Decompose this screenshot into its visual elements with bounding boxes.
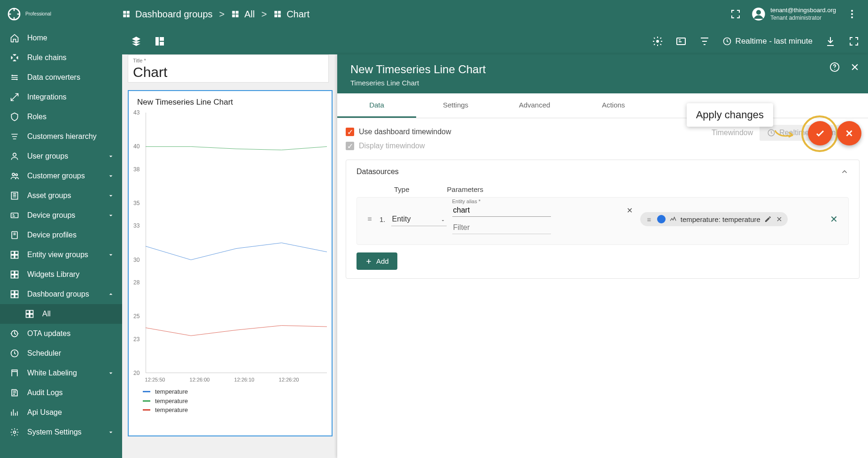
sidebar-item-scheduler[interactable]: Scheduler (0, 344, 122, 363)
tab-data[interactable]: Data (337, 93, 416, 118)
close-icon[interactable] (850, 62, 860, 72)
sidebar-item-entity-view-groups[interactable]: Entity view groups (0, 245, 122, 265)
checkbox-disabled-icon: ✓ (346, 142, 354, 150)
layout-icon[interactable] (154, 36, 165, 47)
sidebar-icon (9, 131, 20, 142)
x-tick-label: 12:25:50 (145, 377, 165, 382)
sidebar-item-dashboard-groups[interactable]: Dashboard groups (0, 284, 122, 304)
use-dashboard-timewindow-checkbox[interactable]: ✓ Use dashboard timewindow (346, 125, 712, 139)
panel-tabs: DataSettingsAdvancedActions (337, 93, 868, 118)
help-icon[interactable] (829, 62, 840, 72)
sidebar-item-integrations[interactable]: Integrations (0, 87, 122, 107)
filter-input[interactable] (452, 221, 551, 234)
svg-rect-8 (236, 15, 239, 17)
sidebar-item-device-profiles[interactable]: Device profiles (0, 225, 122, 245)
sidebar-nav: HomeRule chainsData convertersIntegratio… (0, 28, 122, 458)
chevron-up-icon[interactable] (840, 168, 849, 176)
sidebar-icon (9, 112, 20, 122)
sidebar-item-api-usage[interactable]: Api Usage (0, 403, 122, 422)
svg-point-42 (14, 431, 16, 434)
sidebar-icon (9, 53, 20, 63)
sidebar-icon (9, 368, 20, 378)
close-icon (844, 128, 854, 138)
timeseries-icon (669, 215, 677, 223)
sidebar-item-rule-chains[interactable]: Rule chains (0, 48, 122, 68)
sidebar-item-white-labeling[interactable]: White Labeling (0, 363, 122, 383)
chip-text: temperature: temperature (681, 215, 760, 223)
datasource-type-select[interactable]: Entity (391, 212, 447, 226)
svg-point-18 (13, 153, 16, 156)
chevron-down-icon (107, 212, 115, 219)
widget-preview[interactable]: New Timeseries Line Chart 20232528303335… (128, 90, 333, 436)
user-menu[interactable]: tenant@thingsboard.org Tenant administra… (752, 7, 836, 21)
sidebar-item-user-groups[interactable]: User groups (0, 146, 122, 166)
tab-actions[interactable]: Actions (574, 93, 653, 118)
color-dot-icon[interactable] (657, 215, 666, 223)
apply-changes-button[interactable] (808, 121, 832, 145)
fullscreen-icon[interactable] (730, 8, 741, 20)
legend-item: temperature (143, 397, 327, 406)
layers-icon[interactable] (131, 36, 142, 47)
sidebar-item-label: System Settings (27, 428, 82, 436)
sidebar-item-audit-logs[interactable]: Audit Logs (0, 383, 122, 403)
breadcrumb-leaf[interactable]: Chart (273, 9, 310, 20)
fullscreen-icon[interactable] (848, 36, 860, 47)
datakey-chip[interactable]: ≡ temperature: temperature (640, 212, 788, 226)
add-datasource-button[interactable]: Add (356, 252, 397, 270)
sidebar-item-system-settings[interactable]: System Settings (0, 422, 122, 442)
drag-handle-icon[interactable]: ≡ (365, 215, 374, 223)
panel-body: Timewindow Realtime - last minute ✓ Use … (337, 118, 868, 285)
filter-icon[interactable] (699, 36, 710, 47)
drag-handle-icon[interactable]: ≡ (645, 215, 653, 223)
x-tick-label: 12:26:20 (279, 377, 299, 382)
entity-alias-field[interactable]: Entity alias * ✕ (452, 204, 635, 217)
sidebar-item-customer-groups[interactable]: Customer groups (0, 166, 122, 186)
breadcrumb-root[interactable]: Dashboard groups (122, 9, 213, 20)
app-header: ThingsBoard Professional Dashboard group… (0, 0, 868, 28)
cancel-changes-button[interactable] (837, 121, 861, 145)
sidebar-item-label: Scheduler (27, 349, 61, 358)
tab-advanced[interactable]: Advanced (495, 93, 574, 118)
entity-alias-input[interactable] (452, 204, 551, 217)
panel-title: New Timeseries Line Chart (350, 63, 855, 76)
svg-rect-2 (127, 11, 130, 14)
tab-settings[interactable]: Settings (416, 93, 495, 118)
more-vert-icon[interactable] (846, 8, 858, 20)
svg-rect-7 (232, 15, 235, 17)
panel-header: New Timeseries Line Chart Timeseries Lin… (337, 54, 868, 93)
filter-field[interactable] (452, 221, 635, 234)
main-area: Realtime - last minute Title * Chart New… (122, 28, 868, 458)
clear-icon[interactable]: ✕ (627, 206, 633, 215)
export-icon[interactable] (825, 36, 836, 47)
remove-chip-icon[interactable] (775, 215, 783, 223)
sidebar-item-customers-hierarchy[interactable]: Customers hierarchy (0, 127, 122, 146)
y-tick-label: 20 (133, 370, 140, 376)
chevron-down-icon (107, 172, 115, 180)
remove-datasource-icon[interactable]: ✕ (828, 214, 840, 225)
sidebar-item-all[interactable]: All (0, 304, 122, 324)
sidebar-item-home[interactable]: Home (0, 28, 122, 48)
legend-swatch-icon (143, 391, 150, 392)
brand-logo[interactable]: ThingsBoard Professional (0, 7, 122, 22)
entity-alias-icon[interactable] (675, 36, 687, 47)
sidebar-item-roles[interactable]: Roles (0, 107, 122, 127)
dashboard-title-field[interactable]: Title * Chart (128, 54, 329, 83)
checkbox-checked-icon: ✓ (346, 128, 354, 136)
sidebar-item-data-converters[interactable]: Data converters (0, 68, 122, 87)
svg-rect-34 (11, 295, 15, 298)
sidebar-item-widgets-library[interactable]: Widgets Library (0, 265, 122, 284)
sidebar-item-device-groups[interactable]: Device groups (0, 206, 122, 225)
timewindow-button[interactable]: Realtime - last minute (722, 37, 813, 46)
svg-rect-35 (15, 295, 18, 298)
svg-rect-33 (15, 291, 18, 294)
sidebar-item-label: Widgets Library (27, 270, 79, 279)
breadcrumb-mid[interactable]: All (231, 9, 255, 20)
chevron-down-icon (107, 192, 115, 199)
sidebar-item-asset-groups[interactable]: Asset groups (0, 186, 122, 206)
plus-icon (365, 258, 372, 265)
sidebar-item-ota-updates[interactable]: OTA updates (0, 324, 122, 344)
gear-icon[interactable] (652, 36, 663, 47)
edit-icon[interactable] (764, 215, 772, 223)
chart-legend: temperaturetemperaturetemperature (129, 384, 332, 420)
legend-swatch-icon (143, 400, 150, 402)
